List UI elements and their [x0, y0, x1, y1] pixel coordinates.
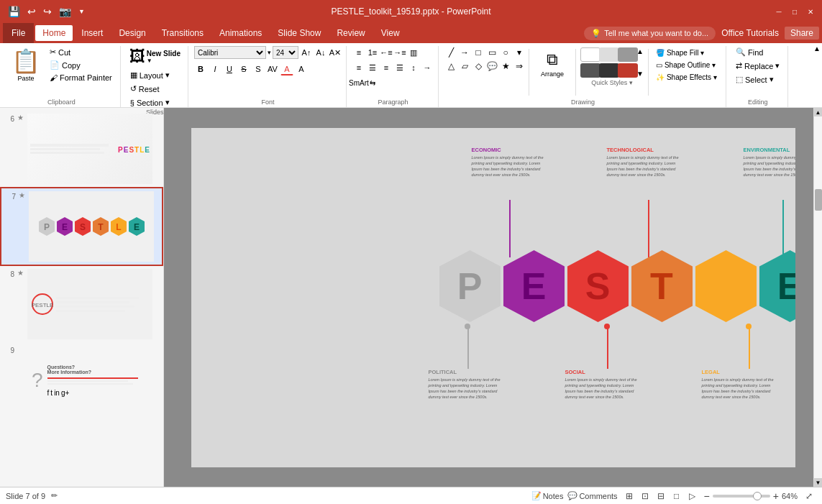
- scroll-thumb[interactable]: [815, 189, 822, 211]
- menu-review[interactable]: Review: [329, 25, 372, 41]
- menu-file[interactable]: File: [3, 23, 34, 43]
- clear-format-button[interactable]: A✕: [329, 46, 342, 59]
- numbering-button[interactable]: 1≡: [366, 46, 379, 59]
- shape-circle[interactable]: ○: [499, 46, 512, 59]
- reading-view-button[interactable]: ▷: [685, 489, 700, 503]
- italic-button[interactable]: I: [209, 63, 222, 75]
- shape-arrow[interactable]: →: [458, 46, 471, 59]
- scroll-track[interactable]: [814, 116, 822, 478]
- bullets-button[interactable]: ≡: [352, 46, 365, 59]
- shape-star[interactable]: ★: [499, 60, 512, 73]
- layout-button[interactable]: ▦ Layout ▾: [127, 69, 173, 81]
- find-button[interactable]: 🔍 Find: [732, 46, 767, 58]
- share-button[interactable]: Share: [785, 27, 819, 40]
- font-family-select[interactable]: Calibri: [194, 46, 266, 59]
- strikethrough-button[interactable]: S: [237, 63, 250, 75]
- decrease-indent-button[interactable]: ←≡: [380, 46, 393, 59]
- columns-button[interactable]: ▥: [407, 46, 420, 59]
- slide-canvas[interactable]: ECONOMIC Lorem Ipsum is simply dummy tex…: [191, 128, 795, 467]
- line-spacing-button[interactable]: ↕: [407, 61, 420, 74]
- shape-line[interactable]: ╱: [444, 46, 457, 59]
- paste-button[interactable]: 📋 Paste: [7, 46, 45, 83]
- align-left-button[interactable]: ≡: [352, 61, 365, 74]
- slide-thumb-9[interactable]: 9 ★ ? Questions?More Information? fting+: [0, 342, 163, 418]
- format-painter-button[interactable]: 🖌 Format Painter: [46, 72, 116, 83]
- menu-slideshow[interactable]: Slide Show: [270, 25, 328, 41]
- justify-button[interactable]: ☰: [393, 61, 406, 74]
- shape-rect[interactable]: □: [472, 46, 485, 59]
- increase-indent-button[interactable]: →≡: [393, 46, 406, 59]
- menu-insert[interactable]: Insert: [74, 25, 110, 41]
- arrange-button[interactable]: ⧉ Arrange: [535, 47, 570, 81]
- qa-dropdown-icon[interactable]: ▼: [76, 6, 87, 17]
- menu-design[interactable]: Design: [111, 25, 152, 41]
- new-slide-button[interactable]: 🖼 New Slide ▼: [127, 46, 183, 68]
- scroll-down-button[interactable]: ▼: [814, 478, 823, 487]
- copy-button[interactable]: 📄 Copy: [46, 59, 116, 71]
- highlight-button[interactable]: A: [295, 63, 308, 75]
- shape-triangle[interactable]: △: [444, 60, 457, 73]
- shape-callout[interactable]: 💬: [485, 60, 498, 73]
- qs-scroll-up[interactable]: ▲: [636, 47, 644, 55]
- select-button[interactable]: ⬚ Select ▾: [732, 73, 777, 86]
- shadow-button[interactable]: S: [252, 63, 265, 75]
- collapse-ribbon-button[interactable]: ▲: [813, 45, 821, 52]
- save-icon[interactable]: 💾: [6, 4, 22, 19]
- zoom-in-button[interactable]: +: [773, 490, 779, 502]
- font-color-button[interactable]: A: [280, 63, 293, 75]
- scroll-up-button[interactable]: ▲: [814, 108, 823, 116]
- font-decrease-button[interactable]: A↓: [314, 46, 327, 59]
- shape-parallelogram[interactable]: ▱: [458, 60, 471, 73]
- bold-button[interactable]: B: [194, 63, 207, 75]
- slide-thumb-6[interactable]: 6 ★ P E S T L E: [0, 111, 163, 187]
- office-tutorials-link[interactable]: Office Tutorials: [721, 28, 779, 38]
- zoom-level[interactable]: 64%: [782, 492, 798, 500]
- quick-style-4[interactable]: [580, 63, 600, 78]
- normal-view-button[interactable]: ⊞: [622, 489, 636, 503]
- shape-more[interactable]: ▾: [513, 46, 526, 59]
- notes-button[interactable]: 📝 Notes: [531, 491, 564, 500]
- present-icon[interactable]: 📷: [57, 4, 73, 19]
- menu-transitions[interactable]: Transitions: [155, 25, 211, 41]
- align-center-button[interactable]: ☰: [366, 61, 379, 74]
- font-increase-button[interactable]: A↑: [300, 46, 313, 59]
- shape-outline-button[interactable]: ▭ Shape Outline ▾: [653, 60, 720, 70]
- redo-icon[interactable]: ↪: [41, 4, 54, 19]
- align-right-button[interactable]: ≡: [380, 61, 393, 74]
- quick-style-2[interactable]: [599, 47, 619, 62]
- underline-button[interactable]: U: [223, 63, 236, 75]
- slidesorter-view-button[interactable]: ⊟: [654, 489, 668, 503]
- replace-button[interactable]: ⇄ Replace ▾: [732, 60, 783, 72]
- shape-diamond[interactable]: ◇: [472, 60, 485, 73]
- qs-scroll-down[interactable]: ▼: [636, 70, 644, 78]
- comments-button[interactable]: 💬 Comments: [567, 491, 617, 500]
- slide-thumb-8[interactable]: 8 ★ PESTLE: [0, 266, 163, 342]
- reset-button[interactable]: ↺ Reset: [127, 83, 163, 95]
- close-button[interactable]: ✕: [805, 6, 816, 17]
- menu-animations[interactable]: Animations: [212, 25, 269, 41]
- quick-style-6[interactable]: [618, 63, 638, 78]
- vertical-scrollbar[interactable]: ▲ ▼: [813, 108, 822, 487]
- minimize-button[interactable]: ─: [773, 6, 785, 17]
- zoom-slider[interactable]: [713, 495, 770, 498]
- restore-button[interactable]: □: [789, 6, 800, 17]
- rtl-button[interactable]: →: [421, 61, 434, 74]
- char-spacing-button[interactable]: AV: [266, 63, 279, 75]
- section-button[interactable]: § Section ▾: [127, 96, 173, 109]
- undo-icon[interactable]: ↩: [25, 4, 38, 19]
- shape-block-arrow[interactable]: ⇒: [513, 60, 526, 73]
- font-size-select[interactable]: 24: [273, 46, 298, 59]
- convert-button[interactable]: ⇆: [366, 76, 379, 89]
- smartart-button[interactable]: SmArt: [352, 76, 365, 89]
- shape-fill-button[interactable]: 🪣 Shape Fill ▾: [653, 47, 720, 58]
- menu-view[interactable]: View: [374, 25, 407, 41]
- zoom-out-button[interactable]: −: [704, 490, 710, 502]
- tell-me-box[interactable]: 💡 Tell me what you want to do...: [584, 27, 716, 40]
- notes-view-button[interactable]: □: [670, 489, 684, 503]
- outline-view-button[interactable]: ⊡: [638, 489, 652, 503]
- slide-thumb-7[interactable]: 7 ★ P E S: [0, 187, 163, 266]
- quick-style-5[interactable]: [599, 63, 619, 78]
- quick-style-1[interactable]: [580, 47, 600, 62]
- menu-home[interactable]: Home: [35, 25, 73, 41]
- cut-button[interactable]: ✂ Cut: [46, 46, 116, 58]
